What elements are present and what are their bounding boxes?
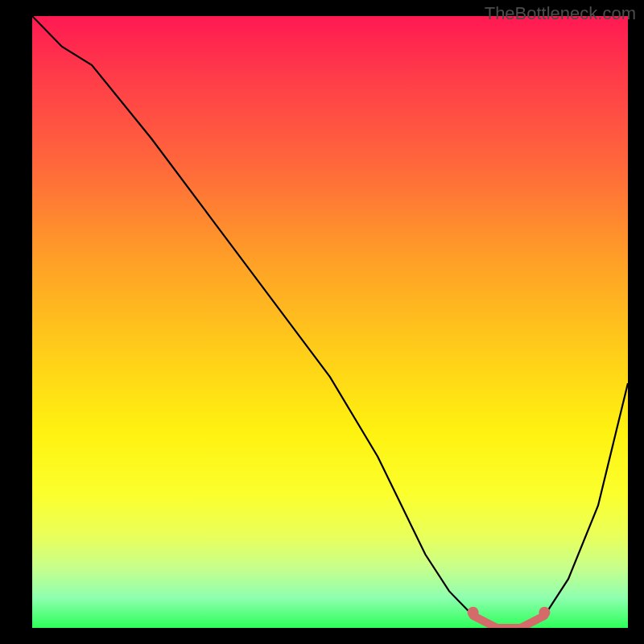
- highlight-path: [473, 616, 545, 628]
- chart-plot-area: [32, 16, 628, 628]
- highlight-dot-left: [468, 607, 479, 618]
- watermark-label: TheBottleneck.com: [485, 3, 636, 24]
- bottleneck-chart: [32, 16, 628, 628]
- highlight-dot-right: [539, 607, 550, 618]
- curve-path: [32, 16, 628, 628]
